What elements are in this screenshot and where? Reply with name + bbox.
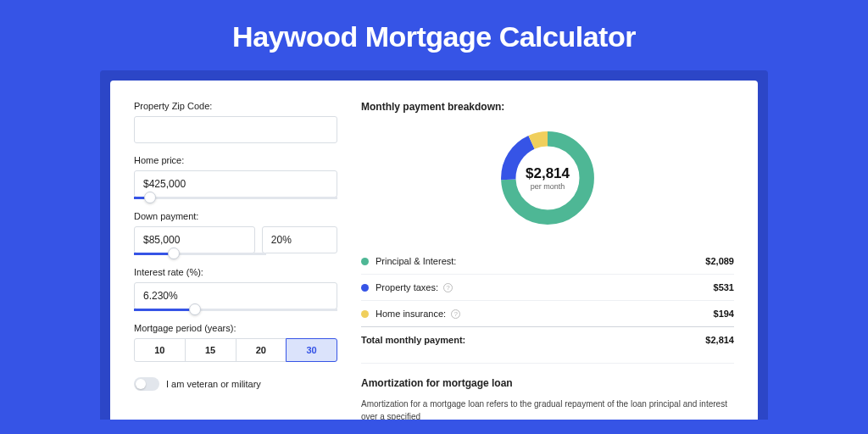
veteran-toggle-row: I am veteran or military xyxy=(134,377,337,391)
period-option-10[interactable]: 10 xyxy=(134,338,186,362)
legend-dot xyxy=(361,258,369,265)
toggle-knob xyxy=(136,379,146,389)
zip-label: Property Zip Code: xyxy=(134,101,337,111)
down-payment-slider[interactable] xyxy=(134,253,266,255)
down-payment-label: Down payment: xyxy=(134,211,337,221)
interest-label: Interest rate (%): xyxy=(134,267,337,277)
help-icon[interactable]: ? xyxy=(443,283,453,292)
slider-thumb[interactable] xyxy=(168,248,180,259)
home-price-input[interactable]: $425,000 xyxy=(134,170,337,198)
amortization-section: Amortization for mortgage loan Amortizat… xyxy=(361,363,734,420)
legend-value: $2,089 xyxy=(705,256,734,266)
period-option-15[interactable]: 15 xyxy=(185,338,236,362)
interest-group: Interest rate (%): 6.230% xyxy=(134,267,337,311)
period-option-20[interactable]: 20 xyxy=(236,338,287,362)
period-option-30[interactable]: 30 xyxy=(286,338,337,362)
legend-value: $194 xyxy=(714,309,734,319)
donut-amount: $2,814 xyxy=(526,165,570,182)
total-label: Total monthly payment: xyxy=(361,335,465,345)
page-title: Haywood Mortgage Calculator xyxy=(0,0,868,70)
zip-group: Property Zip Code: xyxy=(134,101,337,143)
donut-sublabel: per month xyxy=(531,182,565,191)
input-panel: Property Zip Code: Home price: $425,000 … xyxy=(134,101,337,420)
period-group: Mortgage period (years): 10152030 xyxy=(134,323,337,362)
legend-label: Home insurance: xyxy=(376,309,446,319)
legend-label: Principal & Interest: xyxy=(376,256,456,266)
interest-input[interactable]: 6.230% xyxy=(134,282,337,309)
donut-center: $2,814 per month xyxy=(496,126,599,230)
slider-thumb[interactable] xyxy=(189,303,201,315)
home-price-group: Home price: $425,000 xyxy=(134,155,337,199)
legend-label: Property taxes: xyxy=(376,282,438,292)
legend-row: Home insurance:?$194 xyxy=(361,300,734,326)
legend-row: Property taxes:?$531 xyxy=(361,274,734,300)
help-icon[interactable]: ? xyxy=(451,309,460,319)
veteran-label: I am veteran or military xyxy=(166,379,261,389)
veteran-toggle[interactable] xyxy=(134,377,159,391)
donut-chart-wrap: $2,814 per month xyxy=(361,126,734,230)
legend-total-row: Total monthly payment: $2,814 xyxy=(361,326,734,353)
donut-chart: $2,814 per month xyxy=(496,126,599,230)
down-payment-input[interactable]: $85,000 xyxy=(134,226,255,253)
legend-dot xyxy=(361,310,369,318)
period-options: 10152030 xyxy=(134,338,337,362)
legend: Principal & Interest:$2,089Property taxe… xyxy=(361,248,734,326)
down-payment-group: Down payment: $85,000 20% xyxy=(134,211,337,255)
home-price-label: Home price: xyxy=(134,155,337,165)
home-price-slider[interactable] xyxy=(134,197,337,199)
breakdown-panel: Monthly payment breakdown: $2,814 per mo… xyxy=(361,101,734,420)
breakdown-title: Monthly payment breakdown: xyxy=(361,101,734,113)
amortization-title: Amortization for mortgage loan xyxy=(361,377,734,389)
down-payment-pct-input[interactable]: 20% xyxy=(262,226,337,253)
interest-slider[interactable] xyxy=(134,309,337,311)
calculator-card: Property Zip Code: Home price: $425,000 … xyxy=(110,81,758,420)
zip-input[interactable] xyxy=(134,116,337,143)
slider-thumb[interactable] xyxy=(144,192,156,203)
total-value: $2,814 xyxy=(705,335,734,345)
legend-row: Principal & Interest:$2,089 xyxy=(361,248,734,274)
legend-value: $531 xyxy=(714,282,734,292)
calculator-card-frame: Property Zip Code: Home price: $425,000 … xyxy=(100,70,768,420)
period-label: Mortgage period (years): xyxy=(134,323,337,333)
amortization-text: Amortization for a mortgage loan refers … xyxy=(361,398,734,420)
legend-dot xyxy=(361,284,369,292)
